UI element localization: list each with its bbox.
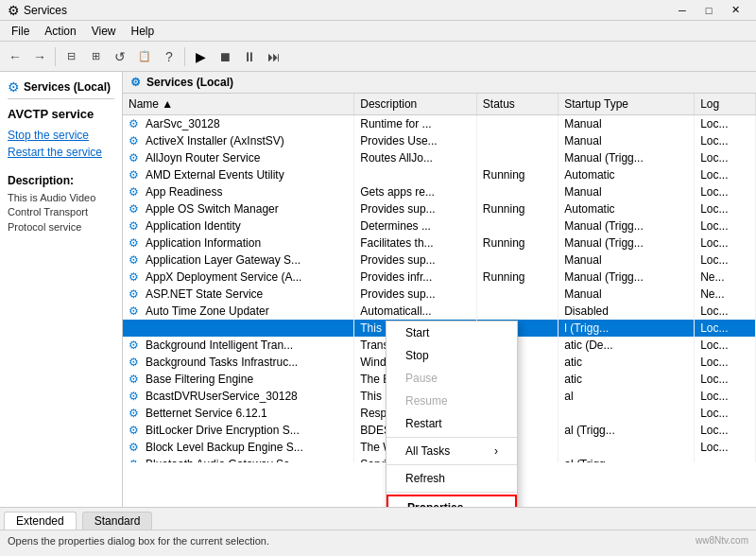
col-header-name[interactable]: Name ▲ xyxy=(123,94,354,115)
context-menu-item-restart[interactable]: Restart xyxy=(387,412,517,435)
context-item-label: Pause xyxy=(405,372,438,385)
cell-log: Loc... xyxy=(695,166,756,183)
cell-startup: Manual xyxy=(558,132,695,149)
cell-status xyxy=(476,217,558,235)
menu-bar: File Action View Help xyxy=(0,21,756,42)
title-bar: ⚙ Services ─ □ ✕ xyxy=(0,0,756,21)
show-button[interactable]: ⊞ xyxy=(84,45,107,68)
description-label: Description: xyxy=(8,174,114,187)
cell-log: Loc... xyxy=(695,252,756,269)
help-toolbar-button[interactable]: ? xyxy=(158,45,180,68)
cell-name: ⚙Application Layer Gateway S... xyxy=(123,252,354,269)
context-item-label: Stop xyxy=(405,349,429,362)
refresh-toolbar-button[interactable]: ↺ xyxy=(109,45,131,68)
close-button[interactable]: ✕ xyxy=(722,1,748,20)
service-icon: ⚙ xyxy=(129,236,139,250)
table-row[interactable]: ⚙Auto Time Zone Updater Automaticall... … xyxy=(123,303,756,320)
table-row[interactable]: ⚙AppX Deployment Service (A... Provides … xyxy=(123,269,756,286)
cell-log: Loc... xyxy=(695,439,756,456)
cell-startup: Automatic xyxy=(558,200,695,217)
context-menu-item-stop[interactable]: Stop xyxy=(387,344,517,367)
bottom-tabs: Extended Standard xyxy=(0,507,756,530)
forward-button[interactable]: → xyxy=(28,45,51,68)
cell-status: Running xyxy=(476,200,558,217)
maximize-button[interactable]: □ xyxy=(696,1,722,20)
left-panel-header: ⚙ Services (Local) xyxy=(8,79,114,99)
status-bar: Opens the properties dialog box for the … xyxy=(0,530,756,550)
cell-name: ⚙Background Tasks Infrastruc... xyxy=(123,354,354,371)
col-header-startup[interactable]: Startup Type xyxy=(558,94,695,115)
stop-button[interactable]: ⏹ xyxy=(214,45,236,68)
col-header-status[interactable]: Status xyxy=(476,94,558,115)
context-menu-item-all-tasks[interactable]: All Tasks› xyxy=(387,440,517,462)
table-row[interactable]: ⚙ASP.NET State Service Provides sup... M… xyxy=(123,286,756,303)
restart-service-link[interactable]: Restart the service xyxy=(8,146,114,159)
cell-name: ⚙Bluetooth Audio Gateway Se... xyxy=(123,456,354,462)
cell-log xyxy=(695,456,756,462)
service-icon: ⚙ xyxy=(129,339,139,352)
cell-name: ⚙AarSvc_30128 xyxy=(123,115,354,133)
cell-desc xyxy=(354,166,477,183)
minimize-button[interactable]: ─ xyxy=(669,1,696,20)
toolbar-sep-2 xyxy=(184,47,185,66)
service-icon: ⚙ xyxy=(129,117,139,130)
table-row[interactable]: ⚙App Readiness Gets apps re... Manual Lo… xyxy=(123,183,756,200)
cell-log: Loc... xyxy=(695,303,756,320)
tab-standard[interactable]: Standard xyxy=(82,512,153,530)
menu-file[interactable]: File xyxy=(4,21,37,41)
export-button[interactable]: 📋 xyxy=(133,45,156,68)
cell-log: Loc... xyxy=(695,405,756,422)
pause-button[interactable]: ⏸ xyxy=(238,45,261,68)
cell-desc: Provides infr... xyxy=(354,269,477,286)
table-row[interactable]: ⚙AarSvc_30128 Runtime for ... Manual Loc… xyxy=(123,115,756,133)
stop-service-link[interactable]: Stop the service xyxy=(8,129,114,142)
service-icon: ⚙ xyxy=(129,407,139,420)
cell-log: Ne... xyxy=(695,286,756,303)
back-button[interactable]: ← xyxy=(4,45,26,68)
menu-help[interactable]: Help xyxy=(124,21,163,41)
cell-log: Loc... xyxy=(695,132,756,149)
context-menu-item-properties[interactable]: Properties xyxy=(387,495,517,507)
cell-startup: Manual (Trigg... xyxy=(558,269,695,286)
context-item-label: Refresh xyxy=(405,472,445,485)
context-menu-item-resume: Resume xyxy=(387,390,517,412)
window-controls: ─ □ ✕ xyxy=(669,1,748,20)
context-menu-item-start[interactable]: Start xyxy=(387,321,517,344)
cell-startup: Manual (Trigg... xyxy=(558,235,695,252)
up-button[interactable]: ⊟ xyxy=(60,45,82,68)
context-item-label: Start xyxy=(405,326,429,339)
service-icon: ⚙ xyxy=(129,134,139,148)
tab-extended[interactable]: Extended xyxy=(4,512,77,530)
description-text: This is Audio Video Control Transport Pr… xyxy=(8,191,114,235)
table-row[interactable]: ⚙ActiveX Installer (AxInstSV) Provides U… xyxy=(123,132,756,149)
restart-button[interactable]: ⏭ xyxy=(263,45,285,68)
cell-startup: atic (De... xyxy=(558,337,695,354)
table-row[interactable]: ⚙Apple OS Switch Manager Provides sup...… xyxy=(123,200,756,217)
menu-action[interactable]: Action xyxy=(37,21,83,41)
cell-name: ⚙Apple OS Switch Manager xyxy=(123,200,354,217)
table-row[interactable]: ⚙AllJoyn Router Service Routes AllJo... … xyxy=(123,149,756,166)
cell-startup: atic xyxy=(558,354,695,371)
left-panel-title: Services (Local) xyxy=(24,80,111,94)
play-button[interactable]: ▶ xyxy=(189,45,212,68)
cell-name: ⚙Auto Time Zone Updater xyxy=(123,303,354,320)
cell-desc: Gets apps re... xyxy=(354,183,477,200)
col-header-log[interactable]: Log xyxy=(695,94,756,115)
col-header-desc[interactable]: Description xyxy=(354,94,477,115)
context-menu-item-refresh[interactable]: Refresh xyxy=(387,467,517,490)
cell-desc: Provides Use... xyxy=(354,132,477,149)
table-row[interactable]: ⚙AMD External Events Utility Running Aut… xyxy=(123,166,756,183)
table-row[interactable]: ⚙Application Information Facilitates th.… xyxy=(123,235,756,252)
cell-startup: Manual (Trigg... xyxy=(558,149,695,166)
cell-startup xyxy=(558,405,695,422)
cell-desc: Provides sup... xyxy=(354,200,477,217)
table-row[interactable]: ⚙Application Identity Determines ... Man… xyxy=(123,217,756,235)
cell-status xyxy=(476,149,558,166)
table-row[interactable]: ⚙Application Layer Gateway S... Provides… xyxy=(123,252,756,269)
cell-desc: Provides sup... xyxy=(354,286,477,303)
cell-startup: l (Trigg... xyxy=(558,320,695,337)
cell-log: Loc... xyxy=(695,388,756,405)
cell-name: ⚙Application Information xyxy=(123,235,354,252)
cell-name: ⚙ActiveX Installer (AxInstSV) xyxy=(123,132,354,149)
menu-view[interactable]: View xyxy=(84,21,124,41)
